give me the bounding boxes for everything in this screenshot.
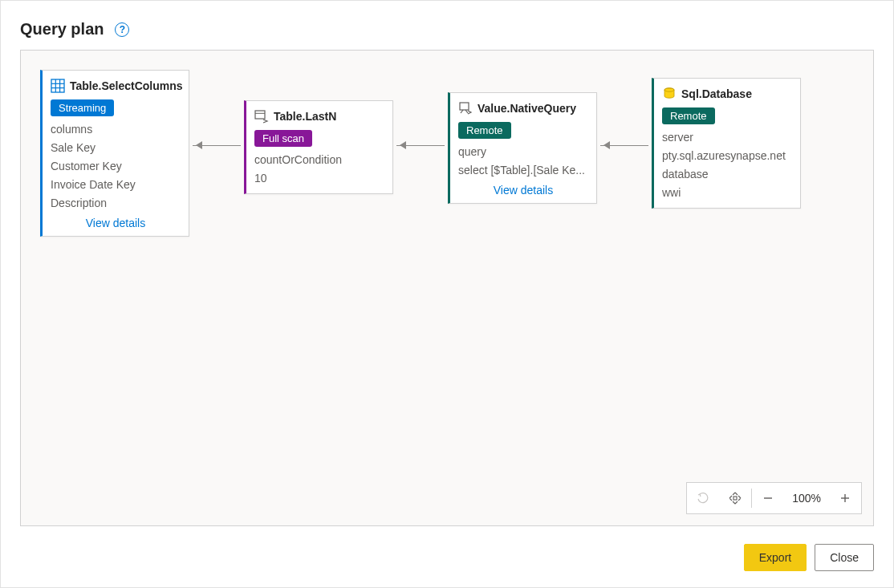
- node-select-columns[interactable]: Table.SelectColumns Streaming columns Sa…: [40, 70, 189, 237]
- node-body: countOrCondition 10: [254, 152, 384, 187]
- node-title-text: Table.SelectColumns: [70, 79, 183, 92]
- arrow: [600, 145, 648, 146]
- node-row: Description: [51, 195, 181, 212]
- svg-rect-0: [51, 79, 64, 92]
- table-columns-icon: [51, 79, 65, 93]
- arrow: [396, 145, 445, 146]
- svg-line-9: [465, 110, 468, 113]
- node-row: database: [662, 166, 792, 183]
- zoom-in-button[interactable]: [829, 483, 861, 513]
- native-query-icon: [458, 101, 473, 116]
- node-row: select [$Table].[Sale Ke...: [458, 162, 588, 179]
- node-title: Value.NativeQuery: [458, 101, 588, 116]
- node-row: query: [458, 144, 588, 160]
- zoom-out-button[interactable]: [752, 483, 784, 513]
- help-icon[interactable]: ?: [115, 22, 129, 37]
- fit-to-screen-icon[interactable]: [719, 483, 751, 513]
- query-plan-canvas[interactable]: Table.SelectColumns Streaming columns Sa…: [20, 50, 874, 526]
- svg-rect-12: [733, 497, 737, 500]
- view-details: View details: [458, 184, 588, 197]
- node-body: query select [$Table].[Sale Ke...: [458, 144, 588, 179]
- view-details: View details: [51, 217, 181, 229]
- node-row: columns: [51, 121, 181, 138]
- node-title: Table.LastN: [254, 109, 384, 124]
- node-row: server: [662, 129, 792, 146]
- database-icon: [662, 87, 677, 101]
- node-title: Table.SelectColumns: [51, 79, 181, 93]
- zoom-toolbar: 100%: [686, 482, 862, 514]
- page-title: Query plan: [20, 20, 104, 39]
- undo-icon[interactable]: [687, 483, 719, 513]
- node-title-text: Sql.Database: [681, 87, 752, 100]
- svg-rect-5: [255, 111, 265, 119]
- arrow: [193, 145, 241, 146]
- badge-streaming: Streaming: [51, 99, 114, 116]
- view-details-link[interactable]: View details: [494, 184, 553, 197]
- node-row: 10: [254, 170, 384, 187]
- node-row: Invoice Date Key: [51, 176, 181, 193]
- close-button[interactable]: Close: [815, 544, 874, 571]
- zoom-level: 100%: [784, 492, 829, 505]
- view-details-link[interactable]: View details: [86, 217, 145, 229]
- svg-rect-7: [460, 103, 469, 110]
- node-row: Customer Key: [51, 158, 181, 175]
- node-native-query[interactable]: Value.NativeQuery Remote query select [$…: [448, 92, 597, 204]
- svg-line-8: [461, 110, 463, 113]
- node-title: Sql.Database: [662, 87, 792, 101]
- badge-fullscan: Full scan: [254, 130, 312, 147]
- node-body: columns Sale Key Customer Key Invoice Da…: [51, 121, 181, 212]
- node-row: countOrCondition: [254, 152, 384, 168]
- dialog-header: Query plan ?: [1, 1, 893, 50]
- node-title-text: Table.LastN: [274, 110, 336, 123]
- badge-remote: Remote: [458, 122, 511, 139]
- table-lastn-icon: [254, 109, 269, 124]
- node-row: Sale Key: [51, 140, 181, 156]
- dialog-footer: Export Close: [744, 544, 874, 571]
- node-row: pty.sql.azuresynapse.net: [662, 148, 792, 164]
- badge-remote: Remote: [662, 107, 715, 124]
- node-last-n[interactable]: Table.LastN Full scan countOrCondition 1…: [244, 100, 393, 194]
- node-sql-database[interactable]: Sql.Database Remote server pty.sql.azure…: [652, 78, 801, 209]
- node-body: server pty.sql.azuresynapse.net database…: [662, 129, 792, 201]
- node-title-text: Value.NativeQuery: [477, 102, 576, 115]
- node-row: wwi: [662, 185, 792, 201]
- export-button[interactable]: Export: [744, 544, 807, 571]
